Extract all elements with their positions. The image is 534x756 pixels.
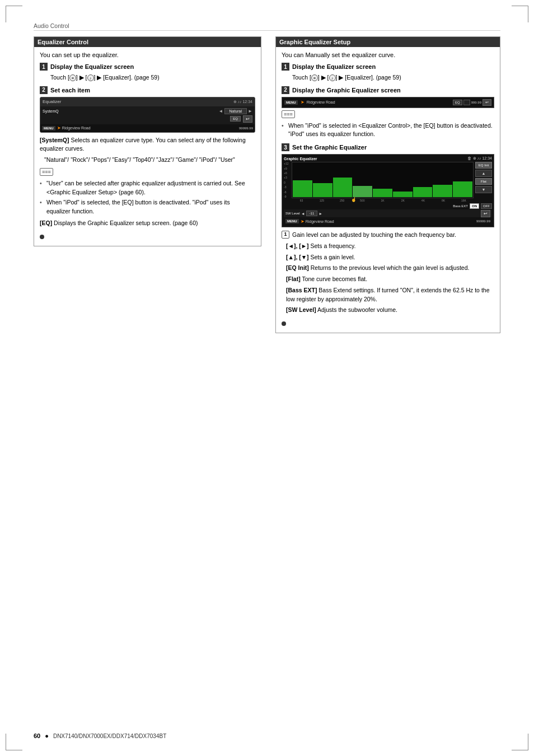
equalizer-control-title: Equalizer Control [34, 37, 261, 47]
eq-value: Natural [224, 108, 247, 114]
geq-step1-title: Display the Equalizer screen [292, 63, 376, 70]
geq-nav-mileage: 99999.99 [476, 220, 490, 223]
page-model: DNX7140/DNX7000EX/DDX714/DDX7034BT [53, 733, 166, 739]
geq-down-btn[interactable]: ▼ [475, 186, 492, 193]
geq-main-content: +12 +9 +6 +3 0 -3 -6 -9 [284, 162, 492, 202]
equalizer-control-box: Equalizer Control You can set up the equ… [34, 36, 261, 246]
eq-button[interactable]: EQ [230, 116, 241, 122]
geq-display: +12 +9 +6 +3 0 -3 -6 -9 [284, 162, 474, 198]
eq-right-arrow: ► [248, 109, 252, 114]
freq-8k: 8K [434, 199, 453, 202]
geq-bass-ext-label: Bass EXT [453, 204, 468, 208]
geq-desc-bassext: [Bass EXT] Bass Extend settings. If turn… [282, 286, 494, 304]
geq-dot-icon [282, 321, 286, 326]
geq-screen-icons: 🗑 ⊕ ♪♪ 12:34 [467, 156, 492, 161]
geq-nav-bar: MENU ➤ Ridgeview Road 99999.99 [284, 217, 492, 225]
eq-btn-desc-text: Displays the Graphic Equalizer setup scr… [54, 220, 198, 226]
geq-nav-menu[interactable]: MENU [285, 219, 299, 223]
geq-keyword-ud: [▲], [▼] [286, 254, 309, 260]
graphic-eq-box: Graphic Equalizer Setup You can Manually… [275, 36, 500, 333]
eq-back-btn[interactable]: ↩ [243, 115, 252, 123]
db-label-0: 0 [284, 181, 291, 184]
geq-sw-value: -11 [306, 211, 318, 216]
page-footer: 60 ● DNX7140/DNX7000EX/DDX714/DDX7034BT [34, 732, 500, 739]
eq-btn-desc: [EQ] Displays the Graphic Equalizer setu… [40, 219, 255, 228]
geq-step2-note-text: When "iPod" is selected in <Equalizer Co… [288, 122, 494, 139]
note-icon-1: ≡≡≡ [40, 168, 53, 176]
eq-step1-instruction: Touch [≡] ▶ [♪] ▶ [Equalizer]. (page 59) [50, 73, 255, 82]
geq-bar-2[interactable] [313, 183, 332, 197]
geq-step3-header: 3 Set the Graphic Equalizer [282, 143, 494, 151]
eq-top-row: SystemQ ◄ Natural ► [43, 108, 252, 114]
geq-sw-back[interactable]: ↩ [481, 210, 490, 217]
eq-step2-header: 2 Set each item [40, 86, 255, 94]
geq-bar-8[interactable] [433, 185, 452, 197]
geq-step1-instruction: Touch [≡] ▶ [♪] ▶ [Equalizer]. (page 59) [292, 73, 494, 82]
geq-sw-back-btn[interactable]: ↩ [481, 211, 490, 216]
geq-bars-container: +12 +9 +6 +3 0 -3 -6 -9 [284, 162, 474, 202]
geq-bar-2-fill [313, 183, 332, 197]
freq-125: 125 [312, 199, 331, 202]
geq-step2-number: 2 [282, 86, 289, 94]
eq-intro: You can set up the equalizer. [40, 52, 255, 58]
eq-nav-mileage: 99999.99 [239, 127, 253, 130]
eq-screen-icons: ⊕ ♪♪ 12:34 [233, 100, 252, 104]
geq-off-btn[interactable]: OFF [481, 203, 492, 209]
eq-note-2-text: When "iPod" is selected, the [EQ] button… [46, 198, 255, 216]
geq-bar-6[interactable] [393, 192, 413, 197]
geq-ud-text: Sets a gain level. [311, 254, 355, 260]
eq-btn-desc-p: [EQ] Displays the Graphic Equalizer setu… [40, 219, 255, 228]
geq-bar-9[interactable] [453, 181, 472, 197]
geq-up-btn[interactable]: ▲ [475, 170, 492, 177]
eq-note-1: • "User" can be selected after graphic e… [40, 179, 255, 197]
eq-keyword-eq: [EQ] [40, 220, 52, 226]
eq-left-arrow: ◄ [219, 109, 223, 114]
geq-bar-4-cursor: ☝ [351, 197, 357, 202]
geq-step2-back[interactable]: ↩ [483, 99, 491, 106]
left-column: Equalizer Control You can set up the equ… [34, 36, 261, 339]
bullet-2: • [40, 198, 46, 216]
geq-step2-road: Ridgeview Road [307, 100, 335, 104]
geq-bar-5[interactable] [373, 189, 392, 197]
eq-nav-menu[interactable]: MENU [42, 126, 55, 130]
corner-br [512, 734, 528, 750]
geq-bassext-text: Bass Extend settings. If turned "ON", it… [286, 287, 489, 302]
geq-eqinit-text: Returns to the previous level which the … [311, 264, 470, 271]
eq-screen-label: Equalizer [43, 99, 61, 104]
geq-flat-btn[interactable]: Flat [475, 178, 492, 185]
geq-sw-label: SW Level [285, 212, 300, 215]
geq-bar-7[interactable] [413, 187, 433, 197]
geq-on-btn[interactable]: ON [470, 203, 479, 209]
freq-2k: 2K [393, 199, 413, 202]
freq-16k: 16K [454, 199, 474, 202]
right-column: Graphic Equalizer Setup You can Manually… [273, 36, 500, 339]
geq-sw-left[interactable]: ◄ [301, 212, 305, 216]
geq-step2-eq-label[interactable]: EQ [453, 100, 462, 105]
section-title-text: Audio Control [34, 22, 69, 29]
corner-tl [6, 6, 22, 22]
geq-step2-header: 2 Display the Graphic Equalizer screen [282, 86, 494, 94]
geq-step2-note: • When "iPod" is selected in <Equalizer … [282, 122, 494, 139]
freq-1k: 1K [373, 199, 392, 202]
eq-bottom-row: EQ ↩ [43, 115, 252, 123]
eq-nav-road: Ridgeview Road [62, 126, 239, 130]
geq-flat-text: Tone curve becomes flat. [302, 276, 367, 282]
geq-eq-init-btn[interactable]: EQ Init [475, 162, 492, 169]
bullet-3: • [282, 122, 288, 139]
geq-sw-right[interactable]: ► [318, 212, 322, 216]
db-label-n9: -9 [284, 195, 291, 198]
freq-4k: 4K [413, 199, 433, 202]
audio-icon-2: ♪ [329, 74, 336, 81]
geq-descriptions: 1 Gain level can be adjusted by touching… [282, 231, 494, 315]
geq-keyword-eqinit: [EQ Init] [286, 264, 309, 271]
geq-swlevel-text: Adjusts the subwoofer volume. [317, 306, 397, 313]
geq-nav-road: Ridgeview Road [306, 220, 476, 223]
geq-bar-3[interactable] [333, 178, 353, 197]
geq-step2-menu[interactable]: MENU [284, 100, 298, 105]
db-label-n3: -3 [284, 185, 291, 189]
geq-bar-1[interactable] [293, 180, 312, 197]
eq-step1-title: Display the Equalizer screen [50, 63, 134, 70]
footer-bullet: ● [45, 732, 49, 739]
geq-bar-4[interactable]: ☝ [353, 186, 372, 197]
geq-keyword-lr: [◄], [►] [286, 242, 309, 249]
